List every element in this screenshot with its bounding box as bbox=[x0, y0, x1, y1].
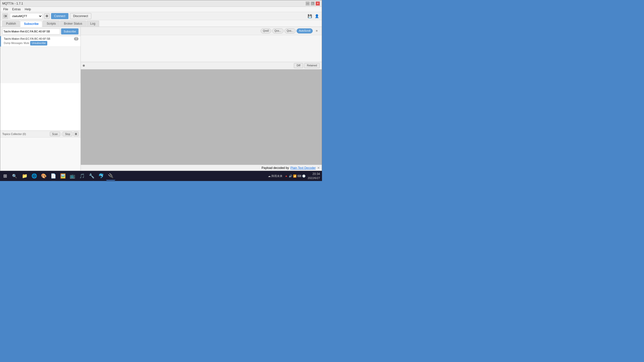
messages-area bbox=[0, 83, 80, 130]
taskbar-right: ☁ 阵雨未来 🔺 🔊 📶 ⌨ 🕐 20:34 2022/6/27 bbox=[266, 172, 322, 180]
tab-broker-status[interactable]: Broker Status bbox=[60, 21, 86, 27]
taskbar-app-active[interactable]: 🔌 bbox=[106, 171, 115, 180]
topic-name: Taichi-Maker-Ret-EC:FA:BC:40:6F:5B bbox=[4, 37, 50, 40]
svg-point-1 bbox=[4, 16, 5, 17]
menu-file[interactable]: File bbox=[1, 7, 10, 12]
stop-button[interactable]: Stop bbox=[63, 132, 72, 136]
scan-button[interactable]: Scan bbox=[50, 132, 60, 136]
tray-icons: 🔺 🔊 📶 ⌨ 🕐 bbox=[285, 174, 306, 178]
restore-button[interactable]: ❐ bbox=[311, 2, 315, 6]
qos2-button[interactable]: Qos... bbox=[285, 28, 296, 33]
autoscroll-button[interactable]: AutoScroll bbox=[297, 28, 313, 33]
taskbar-time: 20:34 bbox=[308, 172, 320, 176]
left-panel: Subscribe Taichi-Maker-Ret-EC:FA:BC:40:6… bbox=[0, 27, 81, 171]
taskbar-paint[interactable]: 🎨 bbox=[39, 171, 48, 180]
topics-collector-content bbox=[0, 138, 80, 171]
right-top-toolbar: Qos0 Qos... Qos... AutoScroll ≡ bbox=[81, 27, 322, 35]
connection-icon bbox=[2, 13, 8, 19]
taskbar-date: 2022/6/27 bbox=[308, 176, 320, 180]
window-controls: — ❐ ✕ bbox=[306, 2, 320, 6]
right-bottom-toolbar-left bbox=[83, 65, 85, 67]
taskbar-settings[interactable]: 🔧 bbox=[87, 171, 96, 180]
menu-extras[interactable]: Extras bbox=[10, 7, 23, 12]
topic-header: Taichi-Maker-Ret-EC:FA:BC:40:6F:5B 0 bbox=[4, 37, 78, 40]
main-content: Subscribe Taichi-Maker-Ret-EC:FA:BC:40:6… bbox=[0, 27, 322, 171]
payload-decoded-label: Payload decoded by bbox=[262, 166, 289, 170]
window-title: MQTT.fx - 1.7.1 bbox=[2, 2, 23, 5]
mute-button[interactable]: Mute bbox=[24, 41, 29, 46]
right-top-content bbox=[81, 35, 322, 62]
close-button[interactable]: ✕ bbox=[316, 2, 320, 6]
unsubscribe-button[interactable]: Unsubscribe bbox=[30, 41, 47, 46]
statusbar: Payload decoded by Plain Text Decoder ✕ bbox=[81, 165, 322, 171]
connect-button[interactable]: Connect bbox=[51, 13, 68, 19]
plain-text-decoder-label: Plain Text Decoder bbox=[291, 166, 316, 170]
minimize-button[interactable]: — bbox=[306, 2, 310, 6]
topic-actions: Dump Messages Mute Unsubscribe bbox=[4, 41, 78, 46]
menubar: File Extras Help bbox=[0, 7, 322, 12]
topics-list: Taichi-Maker-Ret-EC:FA:BC:40:6F:5B 0 Dum… bbox=[0, 36, 80, 83]
taskbar-explorer[interactable]: 📁 bbox=[20, 171, 29, 180]
subscribe-bar: Subscribe bbox=[0, 27, 80, 36]
taskbar-media[interactable]: 📺 bbox=[68, 171, 77, 180]
collector-settings-button[interactable]: ⚙ bbox=[73, 132, 78, 136]
toolbar-right: 💾 👤 bbox=[307, 13, 320, 19]
titlebar: MQTT.fx - 1.7.1 — ❐ ✕ bbox=[0, 0, 322, 7]
topic-color-bar bbox=[0, 36, 1, 47]
taskbar-browser[interactable]: 🌐 bbox=[30, 171, 39, 180]
taskbar-apps: 📁 🌐 🎨 📄 🖼️ 📺 🎵 🔧 🐬 🔌 bbox=[19, 171, 116, 180]
right-bottom-toolbar: Diff Retained bbox=[81, 62, 322, 69]
taskbar-pdf[interactable]: 📄 bbox=[49, 171, 58, 180]
tab-subscribe[interactable]: Subscribe bbox=[20, 21, 42, 27]
diff-button[interactable]: Diff bbox=[294, 63, 303, 68]
statusbar-close-icon[interactable]: ✕ bbox=[317, 166, 320, 170]
right-top-section: Qos0 Qos... Qos... AutoScroll ≡ bbox=[81, 27, 322, 62]
topics-collector-header: Topics Collector (0) Scan | Stop ⚙ bbox=[0, 131, 80, 138]
tab-log[interactable]: Log bbox=[87, 21, 99, 27]
topics-collector-title: Topics Collector (0) bbox=[2, 132, 26, 135]
tab-scripts[interactable]: Scripts bbox=[43, 21, 60, 27]
save-icon[interactable]: 💾 bbox=[307, 13, 313, 19]
right-bottom-toolbar-right: Diff Retained bbox=[294, 63, 320, 68]
tab-publish[interactable]: Publish bbox=[2, 21, 20, 27]
topic-item: Taichi-Maker-Ret-EC:FA:BC:40:6F:5B 0 Dum… bbox=[0, 36, 80, 47]
taskbar-photos[interactable]: 🖼️ bbox=[58, 171, 67, 180]
user-icon[interactable]: 👤 bbox=[314, 13, 320, 19]
right-bottom-section: Diff Retained bbox=[81, 62, 322, 165]
connection-settings-button[interactable]: ⚙ bbox=[44, 13, 50, 19]
toolbar-dot bbox=[83, 65, 85, 67]
toolbar: ctaituiMQTT ⚙ Connect Disconnect 💾 👤 bbox=[0, 12, 322, 20]
taskbar-browser2[interactable]: 🐬 bbox=[97, 171, 106, 180]
disconnect-button[interactable]: Disconnect bbox=[70, 13, 91, 19]
qos1-button[interactable]: Qos... bbox=[272, 28, 284, 33]
topics-collector: Topics Collector (0) Scan | Stop ⚙ bbox=[0, 130, 80, 171]
topic-input[interactable] bbox=[2, 28, 60, 34]
menu-help[interactable]: Help bbox=[23, 7, 33, 12]
search-taskbar[interactable]: 🔍 bbox=[10, 171, 19, 180]
tabbar: Publish Subscribe Scripts Broker Status … bbox=[0, 20, 322, 27]
start-button[interactable]: ⊞ bbox=[0, 171, 10, 181]
right-panel: Qos0 Qos... Qos... AutoScroll ≡ Diff bbox=[81, 27, 322, 171]
topics-collector-actions: Scan | Stop ⚙ bbox=[50, 132, 78, 136]
dump-messages-button[interactable]: Dump Messages bbox=[4, 41, 23, 46]
topic-badge: 0 bbox=[74, 37, 78, 40]
connection-select[interactable]: ctaituiMQTT bbox=[10, 13, 43, 19]
retained-button[interactable]: Retained bbox=[304, 63, 320, 68]
taskbar-music[interactable]: 🎵 bbox=[77, 171, 87, 180]
weather-label: ☁ 阵雨未来 bbox=[268, 174, 283, 178]
taskbar-clock[interactable]: 20:34 2022/6/27 bbox=[308, 172, 320, 180]
right-top-settings-icon[interactable]: ≡ bbox=[314, 28, 320, 34]
qos0-button[interactable]: Qos0 bbox=[261, 28, 271, 33]
subscribe-button[interactable]: Subscribe bbox=[61, 28, 78, 34]
taskbar: ⊞ 🔍 📁 🌐 🎨 📄 🖼️ 📺 🎵 🔧 🐬 🔌 ☁ 阵雨未来 🔺 🔊 📶 ⌨ … bbox=[0, 171, 322, 181]
right-bottom-content bbox=[81, 69, 322, 165]
